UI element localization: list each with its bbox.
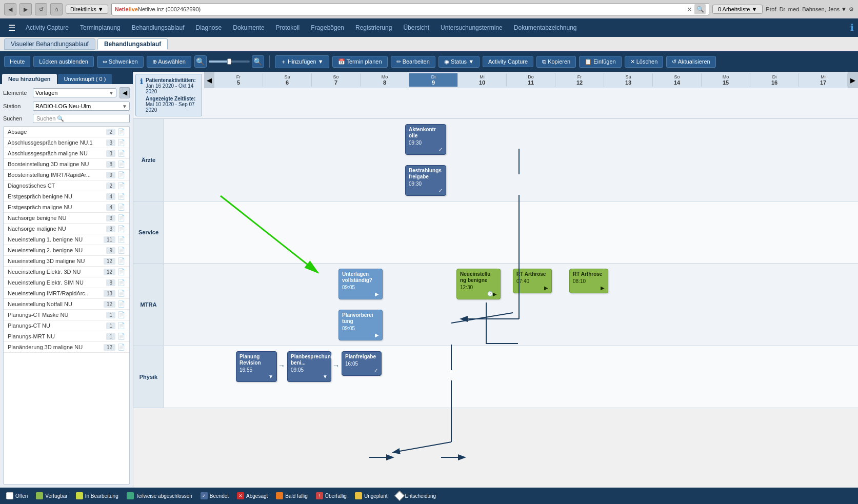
svg-line-8 <box>394 442 451 452</box>
direktlinks-button[interactable]: Direktlinks ▼ <box>66 5 108 14</box>
schwenken-button[interactable]: ⇔ Schwenken <box>97 56 144 68</box>
sub-nav-visueller[interactable]: Visueller Behandlungsablauf <box>4 38 95 50</box>
list-item-doc-icon: 📄 <box>117 150 125 157</box>
elemente-toggle-button[interactable]: ◀ <box>119 87 130 98</box>
info-icon[interactable]: ℹ <box>850 22 854 33</box>
list-item[interactable]: Nachsorge benigne NU 3 📄 <box>4 213 129 224</box>
left-panel-body: Elemente Vorlagen ▼ ◀ Station RADIO-LOG … <box>0 84 133 488</box>
list-item[interactable]: Abschlussgespräch maligne NU 3 📄 <box>4 148 129 159</box>
tab-neu-hinzufugen[interactable]: Neu hinzufügen <box>2 74 57 84</box>
sub-nav-behandlungsablauf[interactable]: Behandlungsablauf <box>97 38 168 50</box>
activity-card-neueinstellung-benigne[interactable]: Neueinstellu ng benigne 12:30 🕐 ▶ <box>456 269 501 299</box>
lucken-button[interactable]: Lücken ausblenden <box>33 56 93 67</box>
nav-untersuchungstermine[interactable]: Untersuchungstermine <box>435 22 508 33</box>
einfugen-button[interactable]: 📋 Einfügen <box>579 56 621 68</box>
list-item-doc-icon: 📄 <box>117 311 125 318</box>
timeline-day-today: Di 9 <box>409 73 458 87</box>
refresh-button[interactable]: ↺ <box>35 3 47 15</box>
nav-diagnose[interactable]: Diagnose <box>191 22 227 33</box>
list-item[interactable]: Abschlussgespräch benigne NU.1 3 📄 <box>4 137 129 148</box>
nav-fragebogen[interactable]: Fragebögen <box>306 22 349 33</box>
back-button[interactable]: ◀ <box>4 3 16 15</box>
zoom-in-button[interactable]: 🔍 <box>252 55 264 68</box>
list-item[interactable]: Nachsorge maligne NU 3 📄 <box>4 224 129 234</box>
address-close-icon[interactable]: ✕ <box>687 6 692 13</box>
timeline-next-button[interactable]: ▶ <box>848 72 858 88</box>
search-input[interactable] <box>33 114 130 123</box>
tab-unverknupft[interactable]: Unverknüpft ( 0 ) <box>58 74 112 84</box>
activity-card-planung-revision[interactable]: Planung Revision 16:55 ▼ <box>236 351 277 382</box>
activity-card-bestrahlungsfreigabe[interactable]: Bestrahlungs freigabe 09:30 ✓ <box>405 165 446 196</box>
list-item[interactable]: Neueinstellung 2. benigne NU 9 📄 <box>4 245 129 256</box>
list-item[interactable]: Neueinstellung Notfall NU 12 📄 <box>4 299 129 310</box>
nav-dokumente[interactable]: Dokumente <box>228 22 269 33</box>
nav-ubersicht[interactable]: Übersicht <box>398 22 434 33</box>
list-item-doc-icon: 📄 <box>117 214 125 221</box>
termin-planen-button[interactable]: 📅 Termin planen <box>332 56 388 68</box>
loschen-button[interactable]: ✕ Löschen <box>625 56 664 68</box>
hamburger-icon[interactable]: ☰ <box>4 21 19 35</box>
elemente-select[interactable]: Vorlagen ▼ <box>33 88 116 97</box>
status-button[interactable]: ◉ Status ▼ <box>438 56 480 68</box>
home-button[interactable]: ⌂ <box>50 3 63 15</box>
separator-1 <box>269 55 270 68</box>
activity-card-rt-arthrose-1[interactable]: RT Arthrose 07:40 ▶ <box>513 269 552 293</box>
list-item-doc-icon: 📄 <box>117 300 125 308</box>
list-item[interactable]: Absage 2 📄 <box>4 127 129 137</box>
timeline-days-area: ◀ Fr 5 Sa 6 So 7 <box>204 72 858 118</box>
hinzufugen-button[interactable]: ＋ Hinzufügen ▼ <box>275 55 329 68</box>
activity-capture-button[interactable]: Activity Capture <box>483 56 533 67</box>
nav-dokumentabzeichnung[interactable]: Dokumentabzeichnung <box>509 22 582 33</box>
list-item[interactable]: Boosteinstellung IMRT/RapidAr... 9 📄 <box>4 170 129 180</box>
activity-card-planbesprechung[interactable]: Planbesprechung beni... 09:05 ▼ <box>287 351 331 382</box>
list-item[interactable]: Planungs-MRT NU 1 📄 <box>4 331 129 342</box>
arrow-icon: ▶ <box>375 291 379 297</box>
activity-card-planvorbereitung[interactable]: Planvorberei tung 09:05 ▶ <box>338 310 383 340</box>
list-item[interactable]: Boosteinstellung 3D maligne NU 8 📄 <box>4 159 129 170</box>
nav-protokoll[interactable]: Protokoll <box>271 22 305 33</box>
list-item[interactable]: Neueinstellung 3D maligne NU 12 📄 <box>4 256 129 267</box>
list-item[interactable]: Neueinstellung 1. benigne NU 11 📄 <box>4 234 129 245</box>
browser-bar: ◀ ▶ ↺ ⌂ Direktlinks ▼ NetleliveNetlive.i… <box>0 0 858 18</box>
nav-terminplanung[interactable]: Terminplanung <box>75 22 126 33</box>
zoom-out-button[interactable]: 🔍 <box>194 55 207 68</box>
list-container[interactable]: Absage 2 📄 Abschlussgespräch benigne NU.… <box>3 126 130 485</box>
timeline-prev-button[interactable]: ◀ <box>204 72 214 88</box>
activity-card-unterlagen[interactable]: Unterlagen vollständig? 09:05 ▶ <box>338 269 383 299</box>
list-item[interactable]: Neueinstellung Elektr. 3D NU 12 📄 <box>4 267 129 277</box>
list-item[interactable]: Planungs-CT NU 1 📄 <box>4 320 129 331</box>
nav-behandlungsablauf[interactable]: Behandlungsablauf <box>127 22 190 33</box>
station-select[interactable]: RADIO-LOG Neu-Ulm ▼ <box>33 102 130 111</box>
list-item[interactable]: Diagnostisches CT 2 📄 <box>4 180 129 191</box>
address-bar[interactable]: NetleliveNetlive.inz (0002462690) ✕ 🔍 <box>111 3 709 15</box>
activity-card-aktenkontrolle[interactable]: Aktenkontr olle 09:30 ✓ <box>405 124 446 155</box>
forward-button[interactable]: ▶ <box>19 3 32 15</box>
zoom-slider[interactable] <box>209 61 250 63</box>
address-search-button[interactable]: 🔍 <box>694 4 706 14</box>
kopieren-button[interactable]: ⧉ Kopieren <box>536 56 576 68</box>
activity-card-planfreigabe[interactable]: Planfreigabe 16:05 ✓ <box>342 351 382 376</box>
list-item[interactable]: Erstgespräch benigne NU 4 📄 <box>4 191 129 202</box>
list-item-doc-icon: 📄 <box>117 257 125 265</box>
arbeitsliste-button[interactable]: 0 Arbeitsliste ▼ <box>712 5 763 14</box>
nav-activity-capture[interactable]: Activity Capture <box>21 22 74 33</box>
list-item[interactable]: Erstgespräch maligne NU 4 📄 <box>4 202 129 213</box>
play-icon: ▶ <box>493 291 497 297</box>
activity-card-rt-arthrose-2[interactable]: RT Arthrose 08:10 ▶ <box>569 269 608 293</box>
heute-button[interactable]: Heute <box>4 56 30 67</box>
list-item[interactable]: Neueinstellung Elektr. SIM NU 8 📄 <box>4 277 129 288</box>
list-item[interactable]: Planungs-CT Maske NU 1 📄 <box>4 310 129 320</box>
list-item[interactable]: Neueinstellung IMRT/RapidArc... 13 📄 <box>4 288 129 299</box>
aktualisieren-button[interactable]: ↺ Aktualisieren <box>666 56 715 68</box>
arrow-icon: ▼ <box>268 374 273 379</box>
toolbar: Heute Lücken ausblenden ⇔ Schwenken ⊕ Au… <box>0 51 858 72</box>
zoom-controls: 🔍 🔍 <box>194 55 264 68</box>
auswahlen-button[interactable]: ⊕ Auswählen <box>147 56 191 68</box>
elemente-row: Elemente Vorlagen ▼ ◀ <box>3 87 130 98</box>
status-dot-verfugbar <box>36 492 43 499</box>
nav-registrierung[interactable]: Registrierung <box>350 22 397 33</box>
list-item[interactable]: Planänderung 3D maligne NU 12 📄 <box>4 342 129 353</box>
swimlane-content-physik: Planung Revision 16:55 ▼ → Planbesprechu… <box>164 346 858 408</box>
bearbeiten-button[interactable]: ✏ Bearbeiten <box>391 56 435 68</box>
swimlane-area[interactable]: Ärzte Aktenkontr olle 09:30 ✓ Bestrahlun… <box>133 119 858 488</box>
